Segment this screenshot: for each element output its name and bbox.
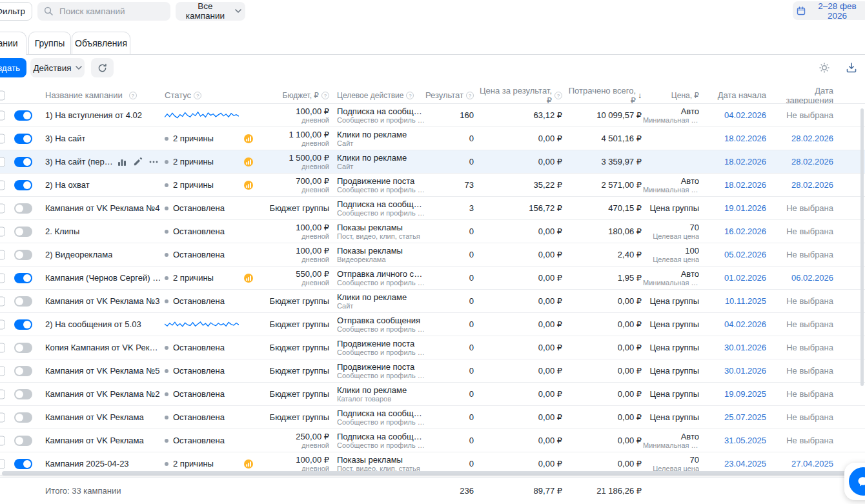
date-end-link[interactable]: Не выбрана bbox=[786, 389, 833, 399]
date-start-link[interactable]: 04.02.2026 bbox=[724, 319, 766, 329]
campaign-toggle[interactable] bbox=[14, 250, 32, 260]
date-start-link[interactable]: 19.01.2026 bbox=[724, 203, 766, 213]
row-checkbox[interactable] bbox=[0, 319, 5, 329]
status-text[interactable]: Остановлена bbox=[173, 203, 225, 213]
table-row[interactable]: 3) На сайт (пер… 2 причины bbox=[0, 150, 865, 174]
col-spent[interactable]: Потрачено всего, ₽ bbox=[565, 86, 636, 105]
actions-dropdown[interactable]: Действия bbox=[30, 58, 85, 77]
campaign-toggle[interactable] bbox=[14, 203, 32, 214]
table-row[interactable]: 2) Видеореклама Остановлена 100,00 ₽ дне… bbox=[0, 243, 865, 267]
date-start-link[interactable]: 31.05.2025 bbox=[724, 436, 766, 445]
refresh-button[interactable] bbox=[91, 58, 114, 77]
campaign-toggle[interactable] bbox=[14, 296, 32, 307]
campaign-name[interactable]: 3) На сайт (пер… bbox=[45, 157, 113, 166]
campaign-name[interactable]: Кампания от VK Реклама №5 bbox=[45, 366, 160, 376]
statistics-icon[interactable] bbox=[117, 157, 127, 167]
create-button[interactable]: Создать bbox=[0, 58, 26, 77]
campaign-name[interactable]: Кампания от VK Реклама bbox=[45, 412, 144, 422]
date-start-link[interactable]: 30.01.2026 bbox=[724, 343, 766, 352]
date-start-link[interactable]: 16.02.2026 bbox=[724, 227, 766, 236]
filter-button[interactable]: Фильтр bbox=[0, 2, 32, 21]
row-checkbox[interactable] bbox=[0, 227, 5, 236]
status-text[interactable]: Остановлена bbox=[173, 366, 225, 376]
date-end-link[interactable]: Не выбрана bbox=[786, 366, 833, 376]
table-row[interactable]: Кампания от VK Реклама №4 Остановлена Бю… bbox=[0, 197, 865, 220]
table-row[interactable]: 1) На вступления от 4.02 100,00 ₽ дневно… bbox=[0, 104, 865, 127]
col-price[interactable]: Цена, ₽ bbox=[671, 91, 699, 100]
table-row[interactable]: Кампания от VK Реклама №3 Остановлена Бю… bbox=[0, 290, 865, 313]
row-checkbox[interactable] bbox=[0, 180, 5, 190]
campaign-name[interactable]: 2) На охват bbox=[45, 180, 90, 190]
campaign-name[interactable]: 2) На сообщения от 5.03 bbox=[45, 319, 141, 329]
select-all-checkbox[interactable] bbox=[0, 90, 5, 100]
campaign-name[interactable]: Кампания от VK Реклама №2 bbox=[45, 389, 160, 399]
status-text[interactable]: 2 причины bbox=[173, 459, 214, 469]
row-checkbox[interactable] bbox=[0, 203, 5, 213]
search-input[interactable] bbox=[58, 6, 164, 17]
campaign-name[interactable]: Кампания (Чернов Сергей) 2026… bbox=[45, 273, 161, 283]
table-row[interactable]: Кампания (Чернов Сергей) 2026… 2 причины… bbox=[0, 267, 865, 290]
date-start-link[interactable]: 04.02.2026 bbox=[724, 110, 766, 120]
date-start-link[interactable]: 25.07.2025 bbox=[724, 412, 766, 422]
row-checkbox[interactable] bbox=[0, 343, 5, 352]
campaign-name[interactable]: Копия Кампания от VK Реклама … bbox=[45, 343, 161, 352]
date-end-link[interactable]: 28.02.2026 bbox=[791, 157, 833, 166]
row-checkbox[interactable] bbox=[0, 296, 5, 306]
campaign-toggle[interactable] bbox=[14, 273, 32, 283]
table-row[interactable]: 2) На сообщения от 5.03 Бюджет группы От… bbox=[0, 313, 865, 336]
status-text[interactable]: Остановлена bbox=[173, 436, 225, 445]
status-text[interactable]: 2 причины bbox=[173, 273, 214, 283]
date-end-link[interactable]: Не выбрана bbox=[786, 412, 833, 422]
table-settings-button[interactable] bbox=[815, 58, 834, 77]
row-checkbox[interactable] bbox=[0, 436, 5, 445]
sort-desc-icon[interactable]: ↓ bbox=[638, 91, 642, 100]
col-name[interactable]: Название кампании bbox=[45, 90, 123, 100]
support-chat-widget[interactable] bbox=[844, 463, 865, 500]
campaign-toggle[interactable] bbox=[14, 389, 32, 399]
col-status[interactable]: Статус bbox=[165, 90, 191, 100]
row-checkbox[interactable] bbox=[0, 157, 5, 166]
edit-icon[interactable] bbox=[133, 157, 143, 166]
status-text[interactable]: Остановлена bbox=[173, 296, 225, 306]
tab-groups[interactable]: Группы bbox=[28, 32, 71, 55]
status-text[interactable]: Остановлена bbox=[173, 250, 225, 259]
campaign-name[interactable]: 1) На вступления от 4.02 bbox=[45, 110, 142, 120]
date-start-link[interactable]: 01.02.2026 bbox=[724, 273, 766, 283]
date-end-link[interactable]: 28.02.2026 bbox=[791, 134, 833, 143]
col-date-end[interactable]: Дата завершения bbox=[771, 86, 833, 105]
table-row[interactable]: Кампания от VK Реклама №2 Остановлена Бю… bbox=[0, 383, 865, 406]
campaign-toggle[interactable] bbox=[14, 227, 32, 237]
row-checkbox[interactable] bbox=[0, 366, 5, 376]
campaign-name[interactable]: 3) На сайт bbox=[45, 134, 85, 143]
table-row[interactable]: Копия Кампания от VK Реклама … Остановле… bbox=[0, 336, 865, 359]
campaign-toggle[interactable] bbox=[14, 319, 32, 330]
date-range-picker[interactable]: 2–28 фев 2026 bbox=[793, 1, 865, 20]
status-text[interactable]: Остановлена bbox=[173, 343, 225, 352]
date-start-link[interactable]: 18.02.2026 bbox=[724, 157, 766, 166]
campaign-toggle[interactable] bbox=[14, 412, 32, 423]
col-result[interactable]: Результат bbox=[425, 90, 463, 100]
campaign-toggle[interactable] bbox=[14, 157, 32, 167]
tab-ads[interactable]: Объявления bbox=[72, 32, 130, 55]
date-end-link[interactable]: 28.02.2026 bbox=[791, 180, 833, 190]
date-end-link[interactable]: Не выбрана bbox=[786, 227, 833, 236]
date-end-link[interactable]: Не выбрана bbox=[786, 250, 833, 259]
row-checkbox[interactable] bbox=[0, 412, 5, 422]
status-text[interactable]: 2 причины bbox=[173, 134, 214, 143]
date-start-link[interactable]: 18.02.2026 bbox=[724, 180, 766, 190]
campaign-name[interactable]: Кампания от VK Реклама bbox=[45, 436, 144, 445]
col-action[interactable]: Целевое действие bbox=[337, 91, 403, 100]
horizontal-scrollbar[interactable] bbox=[2, 471, 855, 476]
campaign-toggle[interactable] bbox=[14, 343, 32, 353]
date-start-link[interactable]: 10.11.2025 bbox=[725, 296, 766, 306]
date-start-link[interactable]: 05.02.2026 bbox=[724, 250, 766, 259]
date-end-link[interactable]: 06.02.2026 bbox=[791, 273, 833, 283]
campaign-name[interactable]: Кампания от VK Реклама №4 bbox=[45, 203, 160, 213]
row-checkbox[interactable] bbox=[0, 459, 5, 469]
table-row[interactable]: 2. Клипы Остановлена 100,00 ₽ дневной По… bbox=[0, 220, 865, 243]
campaign-name[interactable]: Кампания от VK Реклама №3 bbox=[45, 296, 160, 306]
row-checkbox[interactable] bbox=[0, 110, 5, 120]
date-end-link[interactable]: Не выбрана bbox=[786, 343, 833, 352]
col-cpr[interactable]: Цена за результат, ₽ bbox=[475, 86, 552, 105]
date-end-link[interactable]: Не выбрана bbox=[786, 319, 833, 329]
